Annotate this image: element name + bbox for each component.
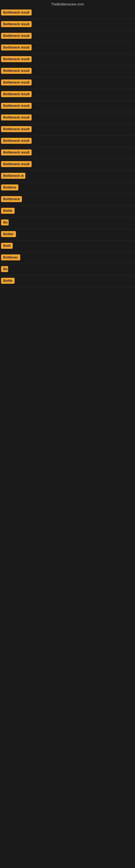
bottleneck-badge[interactable]: Bottleneck result [1, 21, 32, 27]
bottleneck-badge[interactable]: Bottleneck result [1, 161, 32, 167]
bottleneck-badge[interactable]: Bottleneck result [1, 91, 32, 97]
result-row: Bottleneck result [1, 31, 135, 42]
result-row: Bottler [1, 229, 135, 241]
bottleneck-badge[interactable]: Bottleneck result [1, 80, 32, 86]
bottleneck-badge[interactable]: Bottleneck result [1, 9, 32, 16]
result-row: Bottlene [1, 182, 135, 194]
result-row: Bottleneck result [1, 124, 135, 135]
bottleneck-badge[interactable]: Bottleneck result [1, 68, 32, 74]
result-row: Bo [1, 264, 135, 276]
result-row: Bottleneck result [1, 112, 135, 124]
bottleneck-badge[interactable]: Bottle [1, 278, 14, 284]
result-row: Bottl [1, 241, 135, 252]
result-row: Bottleneck result [1, 66, 135, 77]
result-row: Bottleneck result [1, 147, 135, 159]
result-row: Bottleneck [1, 194, 135, 206]
result-row: Bottleneck re [1, 170, 135, 182]
bottleneck-badge[interactable]: Bo [1, 219, 9, 225]
result-row: Bottleneck result [1, 135, 135, 147]
result-row: Bottle [1, 206, 135, 217]
result-row: Bottleneck result [1, 101, 135, 112]
bottleneck-badge[interactable]: Bottleneck re [1, 173, 26, 179]
result-row: Bottleneck result [1, 19, 135, 31]
result-row: Bottleneck result [1, 7, 135, 19]
bottleneck-badge[interactable]: Bottl [1, 243, 13, 249]
bottleneck-badge[interactable]: Bottleneck [1, 196, 22, 202]
bottleneck-badge[interactable]: Bottle [1, 208, 14, 214]
bottleneck-badge[interactable]: Bottlene [1, 184, 18, 190]
result-row: Bo [1, 217, 135, 229]
results-container: Bottleneck resultBottleneck resultBottle… [0, 7, 135, 287]
result-row: Bottle [1, 276, 135, 287]
bottleneck-badge[interactable]: Bottleneck result [1, 56, 32, 62]
bottleneck-badge[interactable]: Bottleneck result [1, 33, 32, 39]
result-row: Bottleneck result [1, 159, 135, 170]
bottleneck-badge[interactable]: Bottleneck result [1, 103, 32, 109]
bottleneck-badge[interactable]: Bottlenec [1, 254, 20, 260]
bottleneck-badge[interactable]: Bottleneck result [1, 150, 32, 155]
bottleneck-badge[interactable]: Bottler [1, 231, 16, 237]
result-row: Bottleneck result [1, 54, 135, 66]
bottleneck-badge[interactable]: Bo [1, 266, 8, 272]
bottleneck-badge[interactable]: Bottleneck result [1, 115, 32, 120]
result-row: Bottleneck result [1, 89, 135, 101]
site-header: TheBottlenecker.com [0, 0, 135, 7]
bottleneck-badge[interactable]: Bottleneck result [1, 138, 32, 144]
bottleneck-badge[interactable]: Bottleneck result [1, 44, 32, 51]
site-title: TheBottlenecker.com [51, 2, 84, 6]
result-row: Bottleneck result [1, 42, 135, 54]
result-row: Bottlenec [1, 252, 135, 264]
result-row: Bottleneck result [1, 77, 135, 89]
bottleneck-badge[interactable]: Bottleneck result [1, 126, 32, 132]
